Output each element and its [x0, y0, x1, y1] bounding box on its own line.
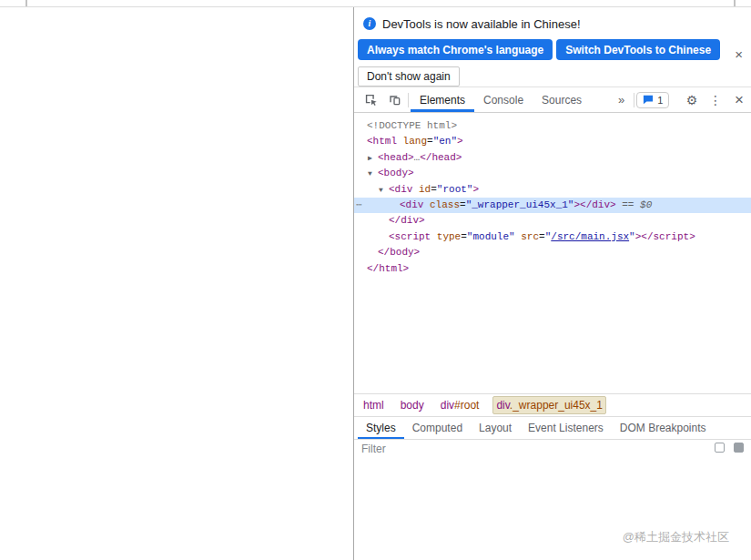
- disclosure-arrow-icon[interactable]: ▶: [368, 150, 378, 166]
- browser-tab-separator: [734, 0, 736, 6]
- switch-to-chinese-button[interactable]: Switch DevTools to Chinese: [556, 39, 720, 60]
- token-attr: lang: [397, 136, 427, 147]
- devtools-panel: i DevTools is now available in Chinese! …: [353, 7, 751, 560]
- crumb-part: #root: [454, 399, 479, 412]
- page-viewport: [0, 7, 353, 560]
- token-marker: == $0: [616, 199, 653, 210]
- token-tag: <html: [367, 136, 397, 147]
- styles-filter-bar: Filter: [354, 439, 751, 560]
- devtools-tab-strip: ElementsConsoleSources: [411, 87, 591, 112]
- dom-tree-node[interactable]: ⋯<div class="_wrapper_ui45x_1"></div> ==…: [354, 198, 751, 213]
- token-tag: </div>: [389, 215, 425, 226]
- token-tag: >: [472, 184, 479, 195]
- token-tag: ></script>: [635, 231, 695, 242]
- dont-show-again-button[interactable]: Don't show again: [358, 66, 460, 87]
- info-icon: i: [363, 17, 376, 30]
- dom-tree: <!DOCTYPE html><html lang="en">▶<head>…<…: [354, 113, 751, 393]
- disclosure-arrow-icon[interactable]: ▼: [368, 166, 378, 181]
- toolbar-separator: [408, 93, 409, 107]
- token-tag: <head>: [378, 152, 414, 163]
- devtools-toolbar: ElementsConsoleSources » 1 ⚙ ⋮ ×: [354, 87, 751, 113]
- notification-close-icon[interactable]: ×: [735, 47, 743, 61]
- token-val: "en": [433, 136, 457, 147]
- notification-message-row: i DevTools is now available in Chinese!: [354, 15, 751, 33]
- notification-message: DevTools is now available in Chinese!: [382, 17, 581, 31]
- breadcrumb-item[interactable]: div#root: [438, 397, 482, 413]
- tab-elements[interactable]: Elements: [411, 87, 474, 112]
- breadcrumb-item[interactable]: div._wrapper_ui45x_1: [492, 396, 606, 414]
- token-attr: class: [423, 199, 460, 210]
- crumb-part: html: [363, 399, 384, 412]
- crumb-part: div: [496, 399, 509, 412]
- token-attr: type: [431, 231, 461, 242]
- kebab-menu-icon[interactable]: ⋮: [704, 87, 727, 112]
- dom-tree-node[interactable]: <html lang="en">: [354, 134, 751, 149]
- token-tag: <script: [389, 231, 431, 242]
- disclosure-arrow-icon[interactable]: ▼: [379, 182, 389, 198]
- dom-tree-node[interactable]: </html>: [354, 261, 751, 277]
- token-attr: id: [412, 184, 431, 195]
- token-link: /src/main.jsx: [551, 231, 629, 242]
- sidebar-tab-computed[interactable]: Computed: [404, 417, 471, 439]
- inspect-element-icon[interactable]: [359, 87, 382, 112]
- token-eq: =: [431, 184, 437, 195]
- token-val: "_wrapper_ui45x_1": [466, 199, 574, 210]
- dom-tree-node[interactable]: </body>: [354, 245, 751, 260]
- element-state-icon[interactable]: [715, 443, 725, 453]
- token-tag: <div: [389, 184, 412, 195]
- tab-sources[interactable]: Sources: [533, 87, 591, 112]
- token-eq: =: [460, 199, 466, 210]
- breadcrumb-item[interactable]: body: [398, 397, 427, 413]
- dom-tree-node[interactable]: ▼<body>: [354, 166, 751, 181]
- dom-tree-node[interactable]: ▶<head>…</head>: [354, 150, 751, 166]
- breadcrumb-bar: htmlbodydiv#rootdiv._wrapper_ui45x_1: [354, 393, 751, 416]
- token-tag: </html>: [367, 263, 409, 274]
- class-toggle-icon[interactable]: [734, 443, 744, 453]
- dom-tree-node[interactable]: <script type="module" src="/src/main.jsx…: [354, 229, 751, 245]
- dom-tree-node[interactable]: <!DOCTYPE html>: [354, 118, 751, 134]
- issues-bubble-icon: [643, 95, 654, 105]
- token-tag: ></div>: [573, 199, 615, 210]
- close-devtools-icon[interactable]: ×: [727, 87, 751, 112]
- language-notification: i DevTools is now available in Chinese! …: [354, 7, 751, 87]
- token-tag: >: [457, 136, 463, 147]
- crumb-part: ._wrapper_ui45x_1: [510, 399, 603, 412]
- token-attr: src: [515, 231, 539, 242]
- styles-filter-input[interactable]: Filter: [361, 443, 386, 455]
- crumb-part: body: [401, 399, 424, 412]
- token-eq: =: [539, 231, 545, 242]
- node-menu-icon[interactable]: ⋯: [356, 198, 361, 213]
- notification-actions-row: Always match Chrome's language Switch De…: [354, 39, 751, 60]
- tab-console[interactable]: Console: [474, 87, 533, 112]
- sidebar-tab-strip: StylesComputedLayoutEvent ListenersDOM B…: [354, 416, 751, 439]
- token-tag: <body>: [378, 168, 414, 178]
- breadcrumb-item[interactable]: html: [360, 397, 387, 413]
- token-tag: </head>: [420, 152, 462, 163]
- toolbar-right-icons: ⚙ ⋮ ×: [680, 87, 751, 112]
- token-tag: <div: [400, 199, 423, 210]
- token-tag: </body>: [378, 247, 420, 258]
- filter-bar-icons: [715, 443, 744, 453]
- dom-tree-node[interactable]: ▼<div id="root">: [354, 182, 751, 198]
- token-eq: =: [461, 231, 467, 242]
- dom-tree-node[interactable]: </div>: [354, 213, 751, 229]
- browser-tab-separator: [25, 0, 27, 6]
- sidebar-tab-event-listeners[interactable]: Event Listeners: [520, 417, 612, 439]
- match-language-button[interactable]: Always match Chrome's language: [358, 39, 553, 60]
- more-tabs-icon[interactable]: »: [611, 87, 632, 112]
- issues-counter[interactable]: 1: [636, 92, 669, 108]
- sidebar-tab-layout[interactable]: Layout: [471, 417, 520, 439]
- token-val: "module": [467, 231, 515, 242]
- crumb-part: div: [441, 399, 454, 412]
- sidebar-tab-styles[interactable]: Styles: [358, 417, 404, 439]
- settings-gear-icon[interactable]: ⚙: [680, 87, 704, 112]
- token-eq: =: [427, 136, 433, 147]
- device-toolbar-icon[interactable]: [382, 87, 406, 112]
- token-val: "root": [437, 184, 473, 195]
- token-val: ": [629, 231, 635, 242]
- notification-dismiss-row: Don't show again: [354, 66, 751, 87]
- sidebar-tab-dom-breakpoints[interactable]: DOM Breakpoints: [612, 417, 715, 439]
- issues-count-label: 1: [657, 95, 663, 106]
- toolbar-separator: [634, 93, 634, 107]
- token-doctype: <!DOCTYPE html>: [367, 120, 457, 131]
